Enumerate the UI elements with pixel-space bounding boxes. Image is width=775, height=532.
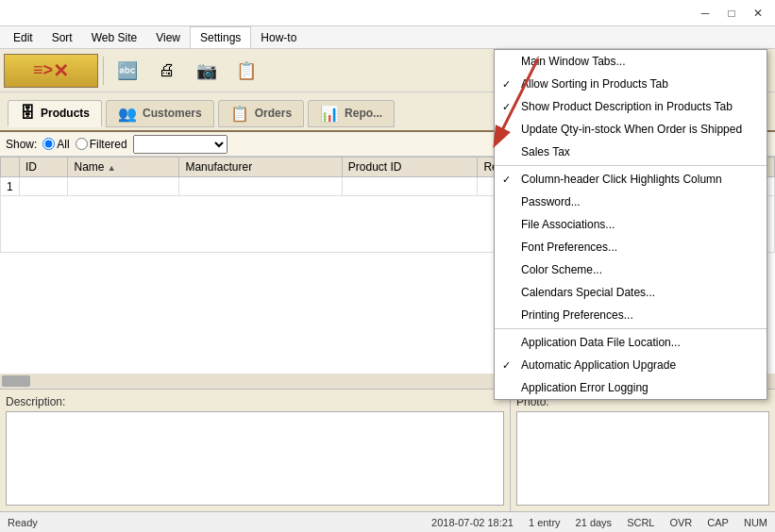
menu-item-printing-pref[interactable]: Printing Preferences... <box>495 304 767 326</box>
menu-item-label: Application Error Logging <box>521 381 649 394</box>
description-textarea[interactable] <box>6 411 504 506</box>
photo-box <box>516 411 769 506</box>
filtered-label: Filtered <box>90 138 127 151</box>
status-num: NUM <box>744 517 767 528</box>
toolbar-camera-btn[interactable]: 📷 <box>188 53 226 89</box>
menu-website[interactable]: Web Site <box>82 26 146 48</box>
col-product-id[interactable]: Product ID <box>342 158 478 177</box>
status-date: 2018-07-02 18:21 <box>431 517 514 528</box>
menu-item-auto-upgrade[interactable]: ✓ Automatic Application Upgrade <box>495 354 767 376</box>
all-radio[interactable] <box>42 138 55 150</box>
customers-tab-icon: 👥 <box>118 105 137 123</box>
row-num: 1 <box>1 177 20 196</box>
separator-2 <box>495 328 767 329</box>
menu-item-label: Application Data File Location... <box>521 336 681 349</box>
status-cap: CAP <box>707 517 729 528</box>
menu-item-label: Color Scheme... <box>521 263 602 276</box>
menu-item-label: File Associations... <box>521 218 615 231</box>
status-ovr: OVR <box>669 517 692 528</box>
col-row-num <box>1 158 20 177</box>
menu-item-label: Sales Tax <box>521 145 570 158</box>
scroll-thumb[interactable] <box>2 375 30 387</box>
close-button[interactable]: ✕ <box>745 3 771 24</box>
settings-dropdown-menu: Main Window Tabs... ✓ Allow Sorting in P… <box>494 49 767 400</box>
cell-product-id[interactable] <box>342 177 478 196</box>
all-radio-label[interactable]: All <box>42 138 69 151</box>
filter-select[interactable] <box>133 135 227 154</box>
cell-manufacturer[interactable] <box>179 177 342 196</box>
check-icon: ✓ <box>502 78 511 91</box>
menu-item-label: Printing Preferences... <box>521 308 633 322</box>
maximize-button[interactable]: □ <box>718 3 745 24</box>
all-label: All <box>57 138 69 151</box>
tab-products-label: Products <box>41 107 90 120</box>
menu-item-label: Password... <box>521 195 581 208</box>
tab-orders-label: Orders <box>255 107 292 120</box>
status-entry: 1 entry <box>529 517 561 528</box>
col-name[interactable]: Name ▲ <box>68 158 179 177</box>
tab-reports[interactable]: 📊 Repo... <box>308 100 395 127</box>
status-bar: Ready 2018-07-02 18:21 1 entry 21 days S… <box>0 511 775 532</box>
menu-item-password[interactable]: Password... <box>495 191 767 213</box>
check-icon: ✓ <box>502 101 511 113</box>
menu-item-label: Column-header Click Highlights Column <box>521 173 722 186</box>
photo-section: Photo: <box>511 390 775 511</box>
menu-howto[interactable]: How-to <box>251 26 306 48</box>
menu-edit[interactable]: Edit <box>4 26 42 48</box>
filtered-radio[interactable] <box>76 138 88 150</box>
orders-tab-icon: 📋 <box>230 105 249 123</box>
description-section: Description: <box>0 390 511 511</box>
menu-item-font-pref[interactable]: Font Preferences... <box>495 236 767 258</box>
filtered-radio-label[interactable]: Filtered <box>76 138 127 151</box>
cell-name[interactable] <box>68 177 179 196</box>
check-icon: ✓ <box>502 174 511 186</box>
toolbar-separator-1 <box>103 57 104 85</box>
menu-view[interactable]: View <box>146 26 190 48</box>
description-label: Description: <box>6 395 504 408</box>
menu-item-app-data-loc[interactable]: Application Data File Location... <box>495 331 767 354</box>
menu-item-sales-tax[interactable]: Sales Tax <box>495 141 767 163</box>
menu-sort[interactable]: Sort <box>42 26 82 48</box>
toolbar-extra-btn[interactable]: 📋 <box>227 53 265 89</box>
menu-item-allow-sorting[interactable]: ✓ Allow Sorting in Products Tab <box>495 73 767 95</box>
cell-id[interactable] <box>20 177 68 196</box>
menu-item-calendar-dates[interactable]: Calendars Special Dates... <box>495 281 767 304</box>
col-id[interactable]: ID <box>20 158 68 177</box>
reports-tab-icon: 📊 <box>320 105 339 123</box>
products-tab-icon: 🗄 <box>20 105 35 122</box>
show-label: Show: <box>6 138 37 151</box>
tab-orders[interactable]: 📋 Orders <box>218 100 304 127</box>
menu-item-label: Automatic Application Upgrade <box>521 358 676 372</box>
menu-item-color-scheme[interactable]: Color Scheme... <box>495 258 767 281</box>
col-manufacturer[interactable]: Manufacturer <box>179 158 342 177</box>
menu-item-file-assoc[interactable]: File Associations... <box>495 213 767 236</box>
menu-item-label: Update Qty-in-stock When Order is Shippe… <box>521 123 742 136</box>
logo-area: ≡> ✕ <box>4 54 98 88</box>
status-days: 21 days <box>576 517 613 528</box>
minimize-button[interactable]: ─ <box>692 3 718 24</box>
tab-customers[interactable]: 👥 Customers <box>106 100 214 127</box>
title-bar: ─ □ ✕ <box>0 0 775 26</box>
menu-item-label: Show Product Description in Products Tab <box>521 100 733 113</box>
menu-item-label: Allow Sorting in Products Tab <box>521 77 668 91</box>
tab-customers-label: Customers <box>143 107 202 120</box>
status-right: 2018-07-02 18:21 1 entry 21 days SCRL OV… <box>431 517 767 528</box>
menu-item-main-window-tabs[interactable]: Main Window Tabs... <box>495 50 767 73</box>
menu-settings[interactable]: Settings <box>190 26 251 48</box>
tab-reports-label: Repo... <box>345 107 382 120</box>
check-icon: ✓ <box>502 359 511 372</box>
status-ready: Ready <box>8 517 413 528</box>
menu-item-label: Font Preferences... <box>521 241 617 254</box>
menu-item-column-header[interactable]: ✓ Column-header Click Highlights Column <box>495 168 767 191</box>
menu-item-error-logging[interactable]: Application Error Logging <box>495 376 767 399</box>
menu-bar: Edit Sort Web Site View Settings How-to <box>0 26 775 49</box>
menu-item-label: Calendars Special Dates... <box>521 286 655 299</box>
menu-item-update-qty[interactable]: Update Qty-in-stock When Order is Shippe… <box>495 118 767 141</box>
tab-products[interactable]: 🗄 Products <box>8 100 102 127</box>
toolbar-sort-btn[interactable]: 🔤 <box>109 53 146 89</box>
bottom-section: Description: Photo: <box>0 389 775 511</box>
toolbar-print-btn[interactable]: 🖨 <box>148 53 186 89</box>
menu-item-show-product-desc[interactable]: ✓ Show Product Description in Products T… <box>495 95 767 118</box>
menu-item-label: Main Window Tabs... <box>521 55 626 68</box>
status-scrl: SCRL <box>627 517 654 528</box>
